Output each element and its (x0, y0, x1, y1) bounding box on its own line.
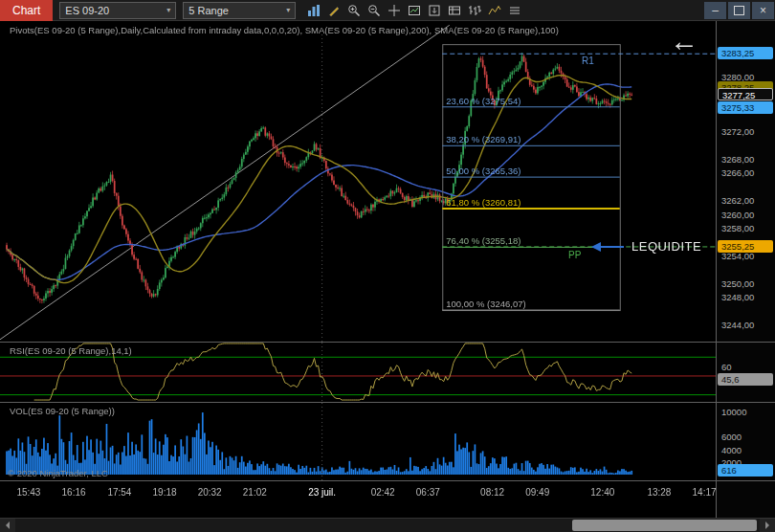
period-selector[interactable]: 5 Range ▾ (183, 2, 296, 19)
price-axis-label: 3250,00 (721, 278, 754, 289)
price-axis-label: 3268,00 (721, 154, 754, 165)
toolbar-icons (303, 2, 524, 19)
scroll-left-button[interactable] (0, 519, 15, 532)
rsi-axis-label: 60 (721, 362, 732, 372)
left-triangle-icon (2, 521, 10, 529)
close-button[interactable]: × (752, 2, 774, 19)
scrollbar-thumb[interactable] (572, 520, 757, 531)
maximize-icon (734, 6, 744, 15)
time-axis-label: 19:18 (153, 487, 177, 498)
price-axis-marker: 3275,33 (718, 101, 773, 114)
bar-type-icon[interactable] (464, 2, 484, 19)
panel-splitter[interactable] (0, 402, 775, 403)
time-axis-label: 06:37 (416, 487, 440, 498)
price-axis-marker: 3277,25 (718, 88, 773, 100)
price-axis-label: 3280,00 (721, 72, 754, 82)
ninjatrader-chart-window: Chart ES 09-20 ▾ 5 Range ▾ – × Pivots(ES… (0, 0, 775, 532)
volume-axis-label: 10000 (721, 407, 746, 417)
price-axis[interactable]: 3280,003272,003268,003266,003262,003260,… (716, 21, 775, 518)
right-triangle-icon (765, 521, 773, 529)
chevron-down-icon: ▾ (286, 6, 290, 14)
time-axis-label: 12:40 (590, 487, 614, 498)
period-value: 5 Range (188, 5, 229, 16)
chart-trader-icon[interactable] (404, 2, 424, 19)
time-axis[interactable]: 15:4316:1617:5419:1820:3221:0223 juil.02… (0, 481, 775, 518)
rsi-value-marker: 45,6 (718, 373, 773, 386)
price-axis-marker: 3283,25 (718, 47, 773, 59)
rsi-label: RSI(ES 09-20 (5 Range),14,1) (10, 345, 132, 356)
time-axis-label: 09:49 (525, 487, 549, 498)
zoom-in-icon[interactable] (343, 2, 364, 19)
time-axis-label: 16:16 (62, 487, 86, 498)
time-axis-label: 02:42 (371, 487, 395, 498)
save-chart-icon[interactable] (424, 2, 444, 19)
maximize-button[interactable] (728, 2, 750, 19)
scroll-right-button[interactable] (760, 519, 775, 532)
zoom-out-icon[interactable] (364, 2, 384, 19)
instrument-value: ES 09-20 (65, 5, 109, 16)
price-axis-label: 3248,00 (721, 292, 754, 302)
price-axis-label: 3272,00 (721, 126, 754, 137)
price-axis-label: 3266,00 (721, 167, 754, 178)
chart-style-icon[interactable] (303, 2, 323, 19)
price-axis-label: 3262,00 (721, 195, 754, 206)
time-axis-label: 13:28 (647, 487, 671, 498)
time-axis-label: 23 juil. (308, 487, 336, 498)
time-axis-label: 08:12 (480, 487, 504, 498)
volume-label: VOL(ES 09-20 (5 Range)) (10, 406, 115, 416)
panel-splitter[interactable] (0, 480, 775, 481)
data-box-icon[interactable] (444, 2, 464, 19)
toolbar: Chart ES 09-20 ▾ 5 Range ▾ – × (0, 0, 775, 21)
price-axis-label: 3244,00 (721, 320, 754, 330)
price-chart-canvas[interactable] (0, 21, 716, 342)
properties-icon[interactable] (504, 2, 524, 19)
drawing-tools-icon[interactable] (323, 2, 343, 19)
instrument-selector[interactable]: ES 09-20 ▾ (59, 2, 176, 19)
tab-chart[interactable]: Chart (0, 0, 53, 21)
chevron-down-icon: ▾ (166, 6, 170, 14)
time-axis-label: 20:32 (198, 487, 222, 498)
time-axis-label: 14:17 (693, 487, 717, 498)
window-controls: – × (703, 2, 775, 19)
time-axis-label: 17:54 (107, 487, 131, 498)
volume-value-marker: 616 (718, 464, 773, 477)
volume-axis-label: 6000 (721, 432, 742, 442)
time-axis-label: 21:02 (243, 487, 267, 498)
horizontal-scrollbar (0, 518, 775, 532)
indicators-icon[interactable] (484, 2, 504, 19)
copyright-notice: © 2020 NinjaTrader, LLC (8, 468, 108, 478)
minimize-button[interactable]: – (704, 2, 726, 19)
time-axis-label: 15:43 (16, 487, 40, 498)
price-axis-label: 3258,00 (721, 223, 754, 233)
crosshair-icon[interactable] (384, 2, 404, 19)
panel-splitter[interactable] (0, 342, 775, 343)
price-axis-label: 3260,00 (721, 210, 754, 220)
price-axis-marker: 3255,25 (718, 240, 773, 253)
volume-axis-label: 4000 (721, 445, 742, 455)
